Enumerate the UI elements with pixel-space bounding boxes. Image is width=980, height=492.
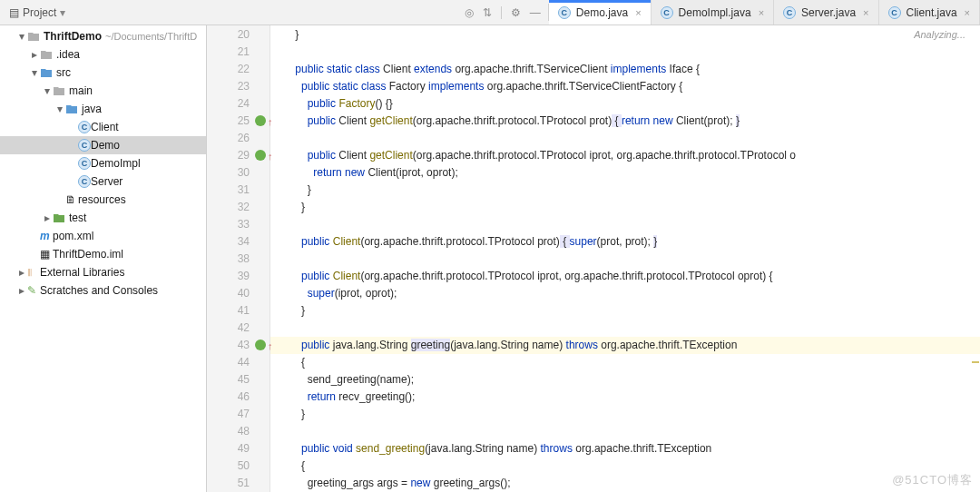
- gutter-line[interactable]: 50: [207, 458, 270, 475]
- code-line[interactable]: {: [270, 458, 980, 475]
- gutter-line[interactable]: 40: [207, 285, 270, 302]
- code-line[interactable]: greeting_args args = new greeting_args()…: [270, 475, 980, 492]
- code-line[interactable]: public void send_greeting(java.lang.Stri…: [270, 440, 980, 458]
- gutter-line[interactable]: 49: [207, 440, 270, 458]
- code-line[interactable]: [270, 44, 980, 61]
- gutter-line[interactable]: 39: [207, 268, 270, 285]
- gutter-line[interactable]: 43: [207, 337, 270, 354]
- gutter-line[interactable]: 38: [207, 251, 270, 268]
- code-line[interactable]: }: [270, 199, 980, 216]
- class-file-icon: C: [888, 6, 901, 19]
- project-tree[interactable]: ▾ ThriftDemo~/Documents/ThriftD▸ .idea▾ …: [0, 25, 207, 492]
- gutter-line[interactable]: 41: [207, 302, 270, 320]
- twist-icon[interactable]: ▸: [16, 266, 27, 279]
- code-line[interactable]: [270, 251, 980, 268]
- code-line[interactable]: send_greeting(name);: [270, 371, 980, 389]
- code-line[interactable]: public static class Client extends org.a…: [270, 61, 980, 78]
- tree-item-ThriftDemo[interactable]: ▾ ThriftDemo~/Documents/ThriftD: [0, 27, 206, 45]
- gutter-run-icon[interactable]: [255, 150, 266, 161]
- tree-item-pom-xml[interactable]: m pom.xml: [0, 227, 206, 245]
- code-line[interactable]: public Client(org.apache.thrift.protocol…: [270, 233, 980, 251]
- close-icon[interactable]: ×: [863, 7, 868, 18]
- tree-label: test: [69, 212, 86, 224]
- code-line[interactable]: {: [270, 354, 980, 371]
- editor-tab-Client-java[interactable]: CClient.java×: [879, 0, 980, 25]
- code-line[interactable]: public java.lang.String greeting(java.la…: [270, 337, 980, 354]
- twist-icon[interactable]: ▸: [16, 284, 27, 297]
- editor-tab-Demo-java[interactable]: CDemo.java×: [549, 0, 652, 25]
- gutter-line[interactable]: 25: [207, 113, 270, 130]
- code-line[interactable]: public Client(org.apache.thrift.protocol…: [270, 268, 980, 285]
- code-line[interactable]: public Factory() {}: [270, 95, 980, 113]
- gutter-line[interactable]: 24: [207, 95, 270, 113]
- editor-tab-Server-java[interactable]: CServer.java×: [774, 0, 878, 25]
- minimize-icon[interactable]: —: [530, 6, 541, 19]
- gutter-line[interactable]: 44: [207, 354, 270, 371]
- gear-icon[interactable]: ⚙: [511, 6, 521, 19]
- tree-path: ~/Documents/ThriftD: [105, 31, 197, 42]
- editor-code[interactable]: } public static class Client extends org…: [270, 25, 980, 492]
- code-line[interactable]: public Client getClient(org.apache.thrif…: [270, 113, 980, 130]
- code-line[interactable]: }: [270, 406, 980, 423]
- code-line[interactable]: [270, 423, 980, 440]
- gutter-line[interactable]: 33: [207, 216, 270, 233]
- gutter-run-icon[interactable]: [255, 115, 266, 126]
- tree-item-Server[interactable]: C Server: [0, 172, 206, 191]
- tree-item--idea[interactable]: ▸ .idea: [0, 45, 206, 64]
- code-line[interactable]: public Client getClient(org.apache.thrif…: [270, 147, 980, 164]
- gutter-line[interactable]: 42: [207, 320, 270, 337]
- gutter-line[interactable]: 20: [207, 26, 270, 44]
- select-opened-icon[interactable]: ◎: [465, 6, 474, 19]
- code-line[interactable]: }: [270, 26, 980, 44]
- close-icon[interactable]: ×: [965, 7, 970, 18]
- close-icon[interactable]: ×: [635, 7, 641, 18]
- gutter-line[interactable]: 48: [207, 423, 270, 440]
- code-line[interactable]: [270, 130, 980, 147]
- gutter-line[interactable]: 22: [207, 61, 270, 78]
- code-line[interactable]: return recv_greeting();: [270, 389, 980, 406]
- gutter-line[interactable]: 21: [207, 44, 270, 61]
- tree-item-Demo[interactable]: C Demo: [0, 136, 206, 154]
- gutter-line[interactable]: 47: [207, 406, 270, 423]
- tree-item-Client[interactable]: C Client: [0, 118, 206, 136]
- code-line[interactable]: super(iprot, oprot);: [270, 285, 980, 302]
- tree-label: main: [69, 84, 93, 97]
- twist-icon[interactable]: ▾: [42, 84, 53, 97]
- code-line[interactable]: return new Client(iprot, oprot);: [270, 164, 980, 182]
- twist-icon[interactable]: ▾: [29, 66, 40, 79]
- tree-item-DemoImpl[interactable]: C DemoImpl: [0, 154, 206, 172]
- tree-item-External-Libraries[interactable]: ▸⫴ External Libraries: [0, 263, 206, 281]
- project-tool-label[interactable]: ▤ Project ▾: [0, 0, 71, 25]
- gutter-line[interactable]: 23: [207, 78, 270, 95]
- gutter-line[interactable]: 30: [207, 164, 270, 182]
- code-line[interactable]: [270, 216, 980, 233]
- twist-icon[interactable]: ▾: [16, 30, 27, 43]
- tree-item-main[interactable]: ▾ main: [0, 82, 206, 100]
- code-line[interactable]: }: [270, 302, 980, 320]
- gutter-line[interactable]: 46: [207, 389, 270, 406]
- tree-item-test[interactable]: ▸ test: [0, 209, 206, 227]
- code-line[interactable]: [270, 320, 980, 337]
- gutter-line[interactable]: 29: [207, 147, 270, 164]
- code-line[interactable]: public static class Factory implements o…: [270, 78, 980, 95]
- tree-item-java[interactable]: ▾ java: [0, 100, 206, 118]
- editor-tab-DemoImpl-java[interactable]: CDemoImpl.java×: [652, 0, 774, 25]
- twist-icon[interactable]: ▸: [29, 48, 40, 61]
- tree-item-src[interactable]: ▾ src: [0, 64, 206, 82]
- close-icon[interactable]: ×: [759, 7, 764, 18]
- tree-item-Scratches-and-Consoles[interactable]: ▸✎ Scratches and Consoles: [0, 281, 206, 300]
- twist-icon[interactable]: ▸: [42, 212, 53, 224]
- gutter-run-icon[interactable]: [255, 339, 266, 350]
- code-line[interactable]: }: [270, 182, 980, 199]
- gutter-line[interactable]: 26: [207, 130, 270, 147]
- code-editor[interactable]: 2021222324252629303132333438394041424344…: [207, 25, 980, 492]
- gutter-line[interactable]: 31: [207, 182, 270, 199]
- gutter-line[interactable]: 45: [207, 371, 270, 389]
- gutter-line[interactable]: 51: [207, 475, 270, 492]
- expand-all-icon[interactable]: ⇅: [483, 6, 492, 19]
- tree-item-ThriftDemo-iml[interactable]: ▦ ThriftDemo.iml: [0, 245, 206, 263]
- gutter-line[interactable]: 34: [207, 233, 270, 251]
- tree-item-resources[interactable]: 🗎 resources: [0, 191, 206, 209]
- gutter-line[interactable]: 32: [207, 199, 270, 216]
- twist-icon[interactable]: ▾: [54, 103, 65, 115]
